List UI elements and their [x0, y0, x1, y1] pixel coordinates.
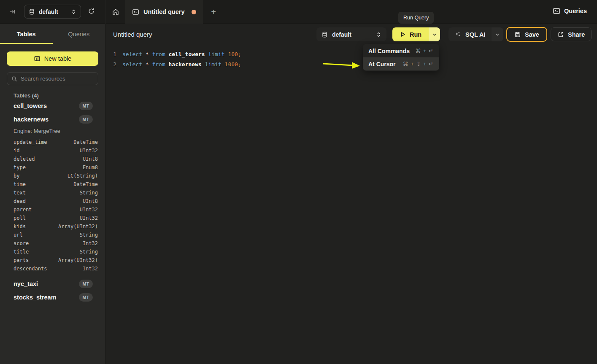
- column-name: url: [14, 232, 80, 238]
- column-type: LC(String): [68, 173, 98, 179]
- engine-badge: MT: [79, 102, 93, 110]
- engine-badge: MT: [79, 115, 93, 124]
- column-name: kids: [14, 224, 58, 229]
- column-row: partsArray(UInt32): [0, 256, 105, 264]
- search-input[interactable]: [21, 75, 94, 82]
- column-name: deleted: [14, 156, 83, 162]
- column-name: poll: [14, 215, 80, 221]
- table-row-nyc-taxi[interactable]: nyc_taxi MT: [0, 277, 105, 291]
- menu-item-label: All Commands: [368, 48, 410, 54]
- column-type: Int32: [83, 266, 98, 272]
- chevron-down-icon: [432, 32, 437, 37]
- unsaved-changes-dot: [192, 10, 196, 14]
- sql-semicolon: ;: [238, 61, 241, 67]
- home-tab[interactable]: [105, 0, 125, 24]
- run-split-button: Run: [392, 27, 440, 41]
- sidebar-tab-queries[interactable]: Queries: [53, 24, 105, 44]
- share-icon: [557, 31, 564, 38]
- database-icon: [321, 31, 328, 38]
- engine-label: Engine: MergeTree: [0, 126, 105, 135]
- column-row: kidsArray(UInt32): [0, 222, 105, 231]
- chevron-updown-icon: [71, 9, 76, 15]
- table-name: nyc_taxi: [14, 280, 79, 287]
- toolbar-database-value: default: [332, 31, 372, 38]
- share-button-label: Share: [568, 31, 585, 38]
- table-row-stocks-stream[interactable]: stocks_stream MT: [0, 291, 105, 304]
- menu-item-label: At Cursor: [368, 61, 396, 67]
- share-button[interactable]: Share: [551, 27, 592, 41]
- menu-item-shortcut: ⌘ + ↵: [415, 48, 434, 54]
- table-name: stocks_stream: [14, 294, 79, 301]
- sql-keyword: from: [152, 51, 165, 57]
- column-type: Array(UInt32): [58, 257, 98, 263]
- query-tab-label: Untitled query: [143, 8, 187, 15]
- run-options-button[interactable]: [429, 27, 440, 41]
- table-row-hackernews[interactable]: hackernews MT: [0, 113, 105, 126]
- column-row: urlString: [0, 231, 105, 239]
- sql-number: 1000: [225, 61, 238, 67]
- play-icon: [400, 31, 406, 38]
- sidebar-tab-tables[interactable]: Tables: [0, 24, 53, 44]
- search-icon: [11, 76, 17, 82]
- code-content: select*fromcell_towerslimit100;: [122, 51, 241, 57]
- column-row: titleString: [0, 248, 105, 256]
- refresh-icon[interactable]: [88, 8, 95, 15]
- sql-keyword: select: [122, 51, 142, 57]
- menu-item-at-cursor[interactable]: At Cursor ⌘ + ⇧ + ↵: [363, 57, 439, 70]
- sql-table-name: hackernews: [169, 61, 202, 67]
- sql-editor[interactable]: 1 select*fromcell_towerslimit100; 2 sele…: [105, 46, 597, 364]
- column-type: DateTime: [73, 139, 98, 145]
- sql-workbench-app: default Unti: [0, 0, 597, 364]
- topbar-database-selector[interactable]: default: [24, 5, 81, 19]
- toolbar-database-selector[interactable]: default: [316, 27, 386, 41]
- column-name: parts: [14, 257, 58, 263]
- topbar-database-value: default: [39, 8, 67, 15]
- column-name: score: [14, 240, 83, 246]
- new-table-label: New table: [44, 55, 71, 62]
- sparkles-icon: [454, 31, 461, 38]
- search-box: [7, 72, 98, 85]
- column-type: Enum8: [83, 164, 98, 170]
- column-row: timeDateTime: [0, 180, 105, 189]
- column-row: textString: [0, 189, 105, 197]
- sql-keyword: limit: [208, 51, 224, 57]
- sql-table-name: cell_towers: [169, 51, 205, 57]
- new-tab-button[interactable]: +: [207, 0, 220, 24]
- table-row-cell-towers[interactable]: cell_towers MT: [0, 99, 105, 113]
- query-toolbar: Untitled query default Ru: [105, 24, 597, 46]
- sql-keyword: limit: [205, 61, 222, 67]
- run-button[interactable]: Run: [392, 27, 429, 41]
- queries-button[interactable]: Queries: [553, 7, 587, 15]
- sidebar-tabs: Tables Queries: [0, 24, 105, 44]
- database-icon: [29, 8, 35, 15]
- code-line-2: 2 select*fromhackernewslimit1000;: [105, 59, 597, 69]
- sql-number: 100: [228, 51, 238, 57]
- terminal-icon: [132, 8, 139, 16]
- sql-ai-split-button: SQL AI: [448, 27, 503, 41]
- line-number: 1: [105, 51, 116, 57]
- column-name: dead: [14, 198, 83, 204]
- column-row: update_timeDateTime: [0, 138, 105, 146]
- column-name: update_time: [14, 139, 73, 145]
- collapse-sidebar-icon[interactable]: [9, 8, 16, 15]
- queries-icon: [553, 7, 560, 15]
- menu-item-shortcut: ⌘ + ⇧ + ↵: [403, 61, 434, 67]
- save-icon: [514, 31, 521, 38]
- sql-ai-button[interactable]: SQL AI: [448, 27, 492, 41]
- queries-button-label: Queries: [564, 8, 587, 14]
- column-row: scoreInt32: [0, 239, 105, 248]
- save-button[interactable]: Save: [506, 27, 547, 42]
- column-type: UInt32: [80, 215, 98, 221]
- sql-ai-options-button[interactable]: [492, 27, 503, 41]
- column-type: Int32: [83, 240, 98, 246]
- column-type: UInt8: [83, 156, 98, 162]
- query-tab[interactable]: Untitled query: [125, 0, 203, 24]
- column-name: time: [14, 181, 73, 187]
- table-name: cell_towers: [14, 102, 79, 109]
- menu-item-all-commands[interactable]: All Commands ⌘ + ↵: [363, 44, 439, 57]
- save-button-label: Save: [525, 31, 539, 38]
- column-row: deadUInt8: [0, 197, 105, 205]
- new-table-button[interactable]: New table: [7, 51, 98, 66]
- column-type: Array(UInt32): [58, 224, 98, 229]
- column-name: descendants: [14, 266, 83, 272]
